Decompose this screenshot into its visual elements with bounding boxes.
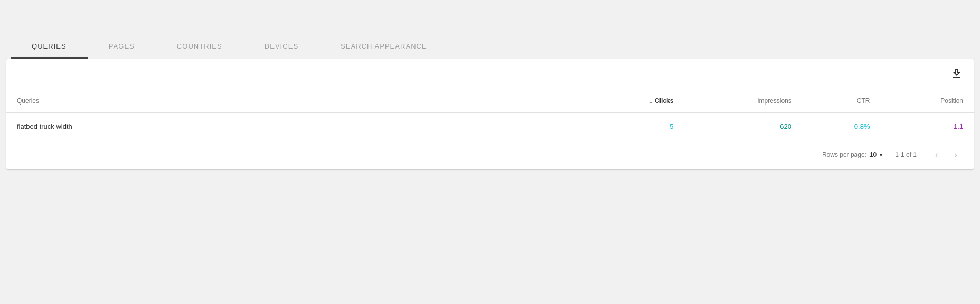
pagination-controls: ‹ › bbox=[929, 147, 963, 162]
table-row: flatbed truck width 5 620 0.8% 1.1 bbox=[6, 113, 974, 140]
tab-countries[interactable]: COUNTRIES bbox=[156, 42, 243, 59]
clicks-sort-control[interactable]: ↓ Clicks bbox=[649, 97, 673, 105]
col-header-ctr[interactable]: CTR bbox=[802, 89, 881, 113]
col-header-position[interactable]: Position bbox=[880, 89, 974, 113]
pagination-info: 1-1 of 1 bbox=[895, 151, 917, 158]
pagination-next-button[interactable]: › bbox=[948, 147, 963, 162]
col-header-clicks[interactable]: ↓ Clicks bbox=[587, 89, 684, 113]
table-footer: Rows per page: 10 ▾ 1-1 of 1 ‹ › bbox=[6, 140, 974, 169]
page-wrapper: QUERIES PAGES COUNTRIES DEVICES SEARCH A… bbox=[0, 0, 980, 169]
tab-bar: QUERIES PAGES COUNTRIES DEVICES SEARCH A… bbox=[0, 0, 980, 59]
card-toolbar bbox=[6, 59, 974, 89]
cell-ctr: 0.8% bbox=[802, 113, 881, 140]
download-icon bbox=[950, 68, 963, 80]
table-header-row: Queries ↓ Clicks Impressions CTR Positio… bbox=[6, 89, 974, 113]
rows-dropdown-arrow-icon[interactable]: ▾ bbox=[880, 152, 882, 158]
clicks-label: Clicks bbox=[655, 97, 673, 104]
data-table: Queries ↓ Clicks Impressions CTR Positio… bbox=[6, 89, 974, 140]
col-header-impressions[interactable]: Impressions bbox=[684, 89, 802, 113]
tab-devices[interactable]: DEVICES bbox=[243, 42, 319, 59]
cell-clicks: 5 bbox=[587, 113, 684, 140]
cell-query: flatbed truck width bbox=[6, 113, 587, 140]
data-card: Queries ↓ Clicks Impressions CTR Positio… bbox=[6, 59, 974, 169]
cell-impressions: 620 bbox=[684, 113, 802, 140]
rows-per-page-control: Rows per page: 10 ▾ bbox=[822, 151, 882, 158]
tab-search-appearance[interactable]: SEARCH APPEARANCE bbox=[319, 42, 448, 59]
pagination-prev-button[interactable]: ‹ bbox=[929, 147, 944, 162]
cell-position: 1.1 bbox=[880, 113, 974, 140]
tab-queries[interactable]: QUERIES bbox=[11, 42, 88, 59]
col-header-queries: Queries bbox=[6, 89, 587, 113]
sort-desc-arrow: ↓ bbox=[649, 97, 653, 105]
tab-pages[interactable]: PAGES bbox=[88, 42, 156, 59]
rows-per-page-label: Rows per page: bbox=[822, 151, 866, 158]
rows-per-page-value: 10 bbox=[870, 151, 877, 158]
download-button[interactable] bbox=[950, 68, 963, 80]
